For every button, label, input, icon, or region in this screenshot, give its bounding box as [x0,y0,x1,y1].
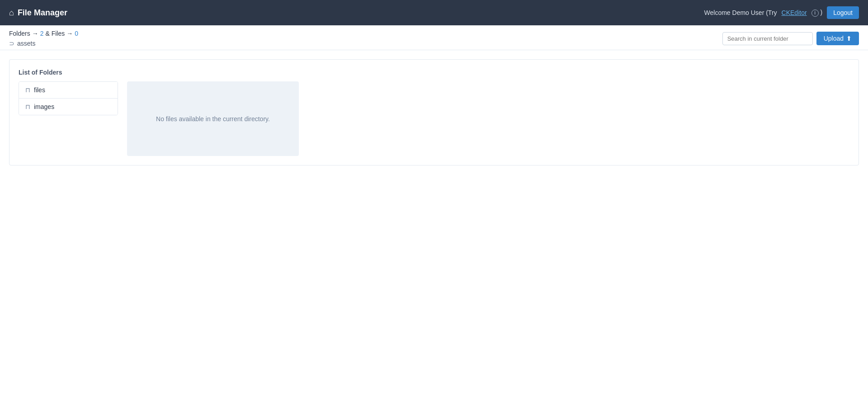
ckeditor-link[interactable]: CKEditor [782,9,807,16]
upload-arrow-icon: ⬆ [846,35,852,42]
folders-arrow: → [32,30,38,37]
folder-name-images: images [34,103,54,110]
folder-name-files: files [34,86,45,94]
breadcrumb: Folders → 2 & Files → 0 [9,30,78,37]
logout-button[interactable]: Logout [827,6,859,19]
navbar: ⌂ File Manager Welcome Demo User (Try CK… [0,0,868,25]
search-input[interactable] [722,32,813,45]
file-area: No files available in the current direct… [127,81,299,156]
search-upload-area: Upload ⬆ [722,32,859,45]
upload-label: Upload [824,35,844,42]
navbar-left: ⌂ File Manager [9,8,67,18]
main-content: List of Folders ⊓ files ⊓ images No file… [0,50,868,175]
subheader: Folders → 2 & Files → 0 ⊃ assets Upload … [0,25,868,50]
current-path: assets [17,40,35,47]
folder-item-files[interactable]: ⊓ files [19,82,118,99]
files-count: 0 [75,30,78,37]
info-icon[interactable]: i [811,9,819,17]
home-icon: ⌂ [9,8,14,18]
folders-count: 2 [40,30,44,37]
no-files-message: No files available in the current direct… [156,115,270,123]
welcome-suffix: i ) [811,9,823,17]
list-of-folders-label: List of Folders [19,69,849,76]
folder-item-images[interactable]: ⊓ images [19,99,118,115]
upload-button[interactable]: Upload ⬆ [816,32,859,45]
folder-list: ⊓ files ⊓ images [19,81,118,115]
files-label: & Files [45,30,65,37]
files-arrow: → [66,30,73,37]
breadcrumb-path: ⊃ assets [9,40,78,47]
content-panel: List of Folders ⊓ files ⊓ images No file… [9,59,859,165]
navbar-right: Welcome Demo User (Try CKEditor i ) Logo… [704,6,859,19]
app-title: File Manager [18,8,67,18]
folder-icon: ⊓ [25,103,30,110]
folder-path-icon: ⊃ [9,40,14,47]
navbar-brand: ⌂ File Manager [9,8,67,18]
breadcrumb-area: Folders → 2 & Files → 0 ⊃ assets [9,30,78,47]
folders-files-container: ⊓ files ⊓ images No files available in t… [19,81,849,156]
folders-label: Folders [9,30,30,37]
folder-icon: ⊓ [25,86,30,94]
welcome-text: Welcome Demo User (Try [704,9,777,16]
